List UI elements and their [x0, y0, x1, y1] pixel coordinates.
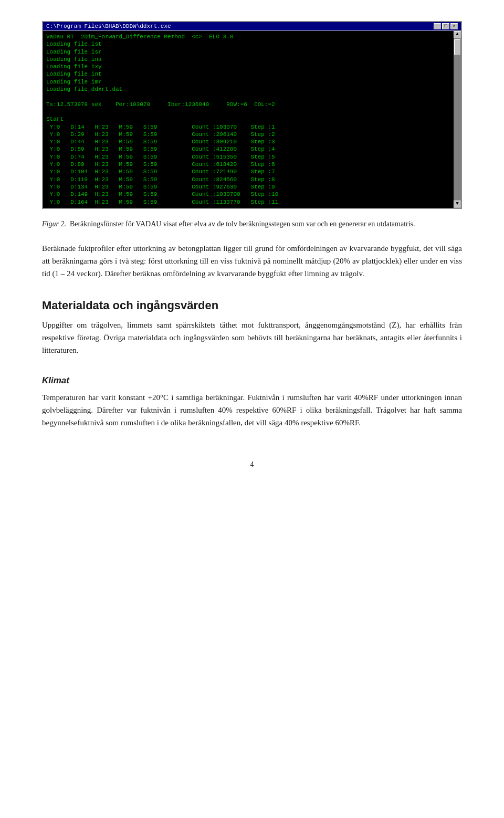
- figure-caption: Figur 2. Beräkningsfönster för VADAU vis…: [42, 218, 462, 229]
- dos-line-10: [46, 108, 458, 116]
- dos-line-0: VaDau RT 2Dim_Forward_Difference Method …: [46, 33, 458, 40]
- dos-window-wrapper: C:\Program Files\BHAB\DDDW\ddxrt.exe - □…: [42, 21, 462, 214]
- dos-scrollbar[interactable]: ▲ ▼: [454, 31, 461, 208]
- dos-line-2: Loading file isr: [46, 48, 458, 56]
- dos-line-5: Loading file int: [46, 70, 458, 78]
- subsection-heading-klimat: Klimat: [42, 375, 462, 386]
- dos-line-22: Y:0 D:164 H:23 M:59 S:59 Count :1133770 …: [46, 198, 458, 206]
- dos-line-7: Loading file ddxrt.dat: [46, 86, 458, 93]
- dos-line-17: Y:0 D:89 H:23 M:59 S:59 Count :618420 St…: [46, 161, 458, 168]
- dos-screen: VaDau RT 2Dim_Forward_Difference Method …: [43, 31, 461, 208]
- dos-line-11: Start: [46, 116, 458, 123]
- scroll-thumb[interactable]: [454, 39, 460, 55]
- dos-line-21: Y:0 D:149 H:23 M:59 S:59 Count :1030700 …: [46, 191, 458, 198]
- dos-line-14: Y:0 D:44 H:23 M:59 S:59 Count :309210 St…: [46, 138, 458, 145]
- dos-window: C:\Program Files\BHAB\DDDW\ddxrt.exe - □…: [42, 21, 462, 209]
- dos-line-16: Y:0 D:74 H:23 M:59 S:59 Count :515350 St…: [46, 153, 458, 161]
- dos-titlebar: C:\Program Files\BHAB\DDDW\ddxrt.exe - □…: [43, 22, 461, 31]
- dos-line-8: [46, 93, 458, 100]
- dos-title: C:\Program Files\BHAB\DDDW\ddxrt.exe: [46, 23, 171, 29]
- maximize-button[interactable]: □: [442, 23, 449, 29]
- dos-titlebar-buttons: - □ ×: [434, 23, 458, 29]
- figure-number: Figur 2.: [42, 220, 66, 228]
- dos-line-6: Loading file imr: [46, 78, 458, 86]
- figure-caption-body: Beräkningsfönster för VADAU visat efter …: [70, 220, 415, 228]
- dos-line-19: Y:0 D:119 H:23 M:59 S:59 Count :824560 S…: [46, 176, 458, 183]
- dos-line-3: Loading file ina: [46, 56, 458, 63]
- dos-line-4: Loading file ixy: [46, 63, 458, 70]
- dos-line-1: Loading file ist: [46, 40, 458, 48]
- scroll-down-arrow[interactable]: ▼: [454, 201, 461, 208]
- dos-line-12: Y:0 D:14 H:23 M:59 S:59 Count :103070 St…: [46, 123, 458, 131]
- section-subtext-1: Uppgifter om trägolven, limmets samt spä…: [42, 319, 462, 356]
- scroll-up-arrow[interactable]: ▲: [454, 31, 461, 38]
- page-content: C:\Program Files\BHAB\DDDW\ddxrt.exe - □…: [42, 21, 462, 469]
- klimat-paragraph-1: Temperaturen har varit konstant +20°C i …: [42, 391, 462, 429]
- minimize-button[interactable]: -: [434, 23, 441, 29]
- page-number: 4: [42, 460, 462, 469]
- close-button[interactable]: ×: [450, 23, 458, 29]
- section-heading-materialdata: Materialdata och ingångsvärden: [42, 299, 462, 312]
- dos-line-18: Y:0 D:104 H:23 M:59 S:59 Count :721490 S…: [46, 168, 458, 175]
- body-paragraph-1: Beräknade fuktprofiler efter uttorkning …: [42, 242, 462, 280]
- dos-line-15: Y:0 D:59 H:23 M:59 S:59 Count :412280 St…: [46, 145, 458, 153]
- dos-line-9: Ts:12.573978 sek Per:103070 Iber:1236840…: [46, 101, 458, 108]
- dos-line-20: Y:0 D:134 H:23 M:59 S:59 Count :927630 S…: [46, 183, 458, 191]
- dos-line-13: Y:0 D:29 H:23 M:59 S:59 Count :206140 St…: [46, 131, 458, 138]
